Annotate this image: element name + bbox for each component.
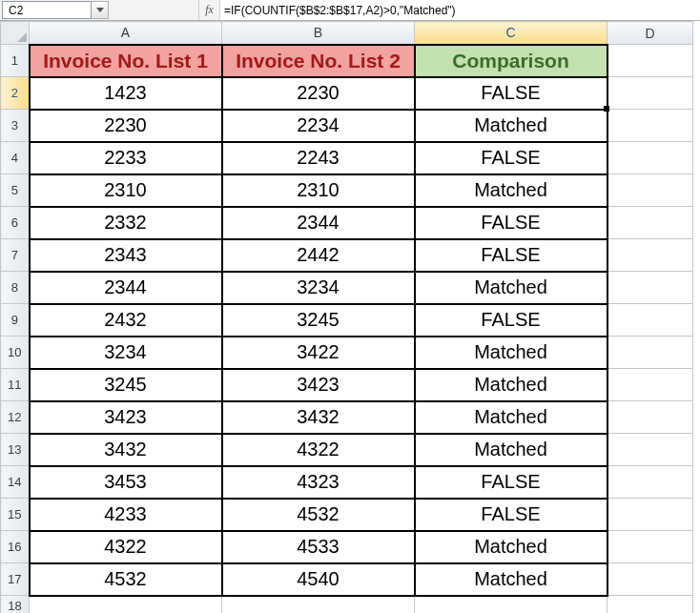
row-head-14[interactable]: 14 <box>1 466 30 499</box>
cell-A15[interactable]: 4233 <box>30 499 222 531</box>
cell-B7[interactable]: 2442 <box>222 239 415 272</box>
cell-A7[interactable]: 2343 <box>30 239 222 272</box>
row-head-3[interactable]: 3 <box>1 110 30 142</box>
cell-D10[interactable] <box>607 337 693 369</box>
cell-A16[interactable]: 4322 <box>30 531 222 563</box>
cell-C17[interactable]: Matched <box>415 563 607 596</box>
cell-B4[interactable]: 2243 <box>222 142 415 174</box>
cell-D15[interactable] <box>607 499 693 531</box>
cell-C4[interactable]: FALSE <box>415 142 607 174</box>
cell-C18[interactable] <box>415 596 607 614</box>
cell-D16[interactable] <box>607 531 693 563</box>
cell-B12[interactable]: 3432 <box>222 401 415 434</box>
cell-D2[interactable] <box>607 77 693 110</box>
col-head-B[interactable]: B <box>222 22 415 45</box>
cell-D4[interactable] <box>607 142 693 174</box>
cell-C7[interactable]: FALSE <box>415 239 607 272</box>
cell-D3[interactable] <box>607 110 693 142</box>
cell-A3[interactable]: 2230 <box>30 110 222 142</box>
row-head-18[interactable]: 18 <box>1 596 30 614</box>
cell-D1[interactable] <box>607 45 693 77</box>
cell-B13[interactable]: 4322 <box>222 434 415 466</box>
row-head-7[interactable]: 7 <box>1 239 30 272</box>
cell-B6[interactable]: 2344 <box>222 207 415 239</box>
cell-D5[interactable] <box>607 174 693 207</box>
cell-A5[interactable]: 2310 <box>30 174 222 207</box>
cell-D17[interactable] <box>607 563 693 596</box>
row-head-13[interactable]: 13 <box>1 434 30 466</box>
cell-B8[interactable]: 3234 <box>222 272 415 304</box>
name-box-dropdown[interactable] <box>92 1 109 19</box>
cell-B5[interactable]: 2310 <box>222 174 415 207</box>
cell-C12[interactable]: Matched <box>415 401 607 434</box>
row-head-17[interactable]: 17 <box>1 563 30 596</box>
formula-input[interactable]: =IF(COUNTIF($B$2:$B$17,A2)>0,"Matched") <box>219 0 700 20</box>
row-head-12[interactable]: 12 <box>1 401 30 434</box>
cell-D7[interactable] <box>607 239 693 272</box>
row-head-8[interactable]: 8 <box>1 272 30 304</box>
cell-C6[interactable]: FALSE <box>415 207 607 239</box>
cell-C13[interactable]: Matched <box>415 434 607 466</box>
row-head-11[interactable]: 11 <box>1 369 30 401</box>
cell-A11[interactable]: 3245 <box>30 369 222 401</box>
cell-D14[interactable] <box>607 466 693 499</box>
cell-B1[interactable]: Invoice No. List 2 <box>222 45 415 77</box>
cell-A12[interactable]: 3423 <box>30 401 222 434</box>
row-head-4[interactable]: 4 <box>1 142 30 174</box>
cell-D18[interactable] <box>607 596 693 614</box>
cell-C5[interactable]: Matched <box>415 174 607 207</box>
cell-C3[interactable]: Matched <box>415 110 607 142</box>
cell-A10[interactable]: 3234 <box>30 337 222 369</box>
cell-C15[interactable]: FALSE <box>415 499 607 531</box>
cell-D13[interactable] <box>607 434 693 466</box>
row-head-1[interactable]: 1 <box>1 45 30 77</box>
select-all-corner[interactable] <box>1 22 30 45</box>
cell-B16[interactable]: 4533 <box>222 531 415 563</box>
cell-A1[interactable]: Invoice No. List 1 <box>30 45 222 77</box>
cell-D9[interactable] <box>607 304 693 337</box>
cell-D12[interactable] <box>607 401 693 434</box>
col-head-D[interactable]: D <box>607 22 693 45</box>
cell-A14[interactable]: 3453 <box>30 466 222 499</box>
cell-B17[interactable]: 4540 <box>222 563 415 596</box>
row-head-16[interactable]: 16 <box>1 531 30 563</box>
cell-B3[interactable]: 2234 <box>222 110 415 142</box>
cell-D11[interactable] <box>607 369 693 401</box>
cell-B2[interactable]: 2230 <box>222 77 415 110</box>
row-head-2[interactable]: 2 <box>1 77 30 110</box>
cell-A13[interactable]: 3432 <box>30 434 222 466</box>
cell-A8[interactable]: 2344 <box>30 272 222 304</box>
cell-C16[interactable]: Matched <box>415 531 607 563</box>
cell-A2[interactable]: 1423 <box>30 77 222 110</box>
row-head-5[interactable]: 5 <box>1 174 30 207</box>
cell-A4[interactable]: 2233 <box>30 142 222 174</box>
cell-C10[interactable]: Matched <box>415 337 607 369</box>
col-head-C[interactable]: C <box>415 22 607 45</box>
cell-C14[interactable]: FALSE <box>415 466 607 499</box>
cell-C2[interactable]: FALSE <box>415 77 607 110</box>
cell-D8[interactable] <box>607 272 693 304</box>
row-head-9[interactable]: 9 <box>1 304 30 337</box>
cell-B11[interactable]: 3423 <box>222 369 415 401</box>
cell-A9[interactable]: 2432 <box>30 304 222 337</box>
cell-C8[interactable]: Matched <box>415 272 607 304</box>
name-box[interactable]: C2 <box>2 1 92 19</box>
cell-B10[interactable]: 3422 <box>222 337 415 369</box>
col-head-A[interactable]: A <box>30 22 222 45</box>
row-head-6[interactable]: 6 <box>1 207 30 239</box>
cell-C1[interactable]: Comparison <box>415 45 607 77</box>
cell-A18[interactable] <box>30 596 222 614</box>
cell-B9[interactable]: 3245 <box>222 304 415 337</box>
cell-C11[interactable]: Matched <box>415 369 607 401</box>
cell-B14[interactable]: 4323 <box>222 466 415 499</box>
cell-D6[interactable] <box>607 207 693 239</box>
cell-B15[interactable]: 4532 <box>222 499 415 531</box>
cell-C9[interactable]: FALSE <box>415 304 607 337</box>
cell-B18[interactable] <box>222 596 415 614</box>
row-head-10[interactable]: 10 <box>1 337 30 369</box>
cell-A6[interactable]: 2332 <box>30 207 222 239</box>
row-head-15[interactable]: 15 <box>1 499 30 531</box>
spreadsheet-grid[interactable]: A B C D 1 Invoice No. List 1 Invoice No.… <box>0 21 693 613</box>
fx-icon[interactable]: fx <box>198 0 219 20</box>
cell-A17[interactable]: 4532 <box>30 563 222 596</box>
